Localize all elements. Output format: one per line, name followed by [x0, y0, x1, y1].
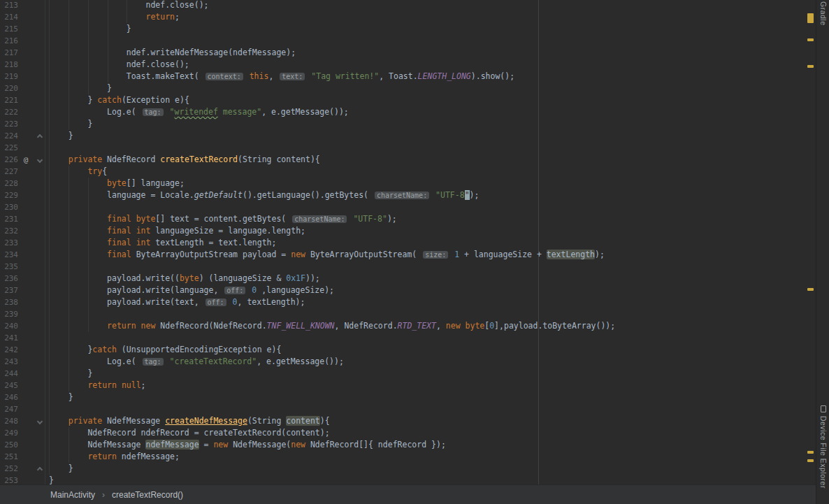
- line-number[interactable]: 225: [0, 142, 18, 154]
- code-line[interactable]: 220 }: [0, 82, 806, 94]
- fold-expanded-icon[interactable]: [37, 157, 43, 163]
- line-number[interactable]: 250: [0, 439, 18, 451]
- code-line[interactable]: 216: [0, 35, 806, 47]
- line-number[interactable]: 251: [0, 451, 18, 463]
- line-number[interactable]: 228: [0, 178, 18, 189]
- warning-stripe-mark[interactable]: [807, 459, 814, 462]
- code-editor[interactable]: 213 ndef.close();214 return;215 }216217 …: [0, 0, 816, 484]
- warning-stripe-mark[interactable]: [807, 65, 814, 68]
- warning-stripe-mark[interactable]: [807, 13, 814, 23]
- code-line[interactable]: 234 final ByteArrayOutputStream payload …: [0, 249, 806, 261]
- fold-marker[interactable]: [34, 130, 46, 142]
- code-line[interactable]: 217 ndef.writeNdefMessage(ndefMessage);: [0, 47, 806, 59]
- code-line[interactable]: 227 try{: [0, 166, 806, 178]
- code-line[interactable]: 236 payload.write((byte) (languageSize &…: [0, 273, 806, 285]
- line-number[interactable]: 213: [0, 0, 18, 11]
- line-number[interactable]: 221: [0, 94, 18, 106]
- breadcrumb-method[interactable]: createTextRecord(): [112, 490, 183, 500]
- warning-stripe-mark[interactable]: [807, 38, 814, 41]
- code-line[interactable]: 215 }: [0, 23, 806, 35]
- code-line[interactable]: 253}: [0, 475, 806, 484]
- line-number[interactable]: 247: [0, 403, 18, 415]
- code-line[interactable]: 237 payload.write(language, off: 0 ,lang…: [0, 285, 806, 296]
- code-line[interactable]: 225: [0, 142, 806, 154]
- line-number[interactable]: 214: [0, 11, 18, 23]
- line-number[interactable]: 219: [0, 71, 18, 82]
- code-line[interactable]: 222 Log.e( tag: "writendef message", e.g…: [0, 106, 806, 118]
- code-line[interactable]: 218 ndef.close();: [0, 59, 806, 71]
- code-line[interactable]: 249 NdefRecord ndefRecord = createTextRe…: [0, 427, 806, 439]
- line-number[interactable]: 233: [0, 237, 18, 249]
- code-line[interactable]: 241: [0, 332, 806, 344]
- code-line[interactable]: 244 }: [0, 368, 806, 380]
- code-line[interactable]: 223 }: [0, 118, 806, 130]
- line-number[interactable]: 232: [0, 225, 18, 237]
- line-number[interactable]: 230: [0, 201, 18, 213]
- code-line[interactable]: 239: [0, 308, 806, 320]
- line-number[interactable]: 245: [0, 380, 18, 391]
- tab-device-file-explorer[interactable]: Device File Explorer: [816, 405, 829, 489]
- line-number[interactable]: 248: [0, 415, 18, 427]
- code-line[interactable]: 235: [0, 261, 806, 273]
- code-line[interactable]: 252 }: [0, 463, 806, 475]
- fold-marker[interactable]: [34, 154, 46, 166]
- code-line[interactable]: 224 }: [0, 130, 806, 142]
- code-line[interactable]: 251 return ndefMessage;: [0, 451, 806, 463]
- line-number[interactable]: 235: [0, 261, 18, 273]
- fold-end-icon[interactable]: [37, 467, 43, 473]
- code-line[interactable]: 243 Log.e( tag: "createTextRecord", e.ge…: [0, 356, 806, 368]
- line-number[interactable]: 236: [0, 273, 18, 285]
- code-line[interactable]: 250 NdefMessage ndefMessage = new NdefMe…: [0, 439, 806, 451]
- line-number[interactable]: 234: [0, 249, 18, 261]
- line-number[interactable]: 216: [0, 35, 18, 47]
- fold-marker[interactable]: [34, 463, 46, 475]
- line-number[interactable]: 249: [0, 427, 18, 439]
- line-number[interactable]: 238: [0, 296, 18, 308]
- code-line[interactable]: 247: [0, 403, 806, 415]
- code-line[interactable]: 238 payload.write(text, off: 0, textLeng…: [0, 296, 806, 308]
- code-line[interactable]: 214 return;: [0, 11, 806, 23]
- line-number[interactable]: 227: [0, 166, 18, 178]
- line-number[interactable]: 239: [0, 308, 18, 320]
- fold-expanded-icon[interactable]: [37, 419, 43, 424]
- code-line[interactable]: 231 final byte[] text = content.getBytes…: [0, 213, 806, 225]
- line-number[interactable]: 218: [0, 59, 18, 71]
- line-number[interactable]: 252: [0, 463, 18, 475]
- line-number[interactable]: 222: [0, 106, 18, 118]
- code-line[interactable]: 242 }catch (UnsupportedEncodingException…: [0, 344, 806, 356]
- line-number[interactable]: 215: [0, 23, 18, 35]
- annotation-gutter-icon[interactable]: @: [18, 154, 34, 166]
- line-number[interactable]: 231: [0, 213, 18, 225]
- fold-marker[interactable]: [34, 415, 46, 427]
- code-line[interactable]: 246 }: [0, 391, 806, 403]
- warning-stripe-mark[interactable]: [807, 451, 814, 454]
- line-number[interactable]: 223: [0, 118, 18, 130]
- code-line[interactable]: 248 private NdefMessage createNdefMessag…: [0, 415, 806, 427]
- line-number[interactable]: 224: [0, 130, 18, 142]
- line-number[interactable]: 243: [0, 356, 18, 368]
- code-line[interactable]: 228 byte[] language;: [0, 178, 806, 189]
- code-line[interactable]: 240 return new NdefRecord(NdefRecord.TNF…: [0, 320, 806, 332]
- line-number[interactable]: 217: [0, 47, 18, 59]
- line-number[interactable]: 241: [0, 332, 18, 344]
- code-line[interactable]: 232 final int languageSize = language.le…: [0, 225, 806, 237]
- code-line[interactable]: 233 final int textLength = text.length;: [0, 237, 806, 249]
- code-line[interactable]: 245 return null;: [0, 380, 806, 391]
- line-number[interactable]: 246: [0, 391, 18, 403]
- code-line[interactable]: 226@ private NdefRecord createTextRecord…: [0, 154, 806, 166]
- line-number[interactable]: 244: [0, 368, 18, 380]
- code-line[interactable]: 213 ndef.close();: [0, 0, 806, 11]
- line-number[interactable]: 220: [0, 82, 18, 94]
- code-line[interactable]: 221 } catch(Exception e){: [0, 94, 806, 106]
- line-number[interactable]: 240: [0, 320, 18, 332]
- warning-stripe-mark[interactable]: [807, 288, 814, 291]
- code-line[interactable]: 230: [0, 201, 806, 213]
- code-line[interactable]: 229 language = Locale.getDefault().getLa…: [0, 189, 806, 201]
- code-line[interactable]: 219 Toast.makeText( context: this, text:…: [0, 71, 806, 82]
- line-number[interactable]: 253: [0, 475, 18, 484]
- line-number[interactable]: 226: [0, 154, 18, 166]
- tab-gradle[interactable]: Gradle: [816, 1, 829, 26]
- line-number[interactable]: 242: [0, 344, 18, 356]
- fold-end-icon[interactable]: [37, 134, 43, 140]
- line-number[interactable]: 237: [0, 285, 18, 296]
